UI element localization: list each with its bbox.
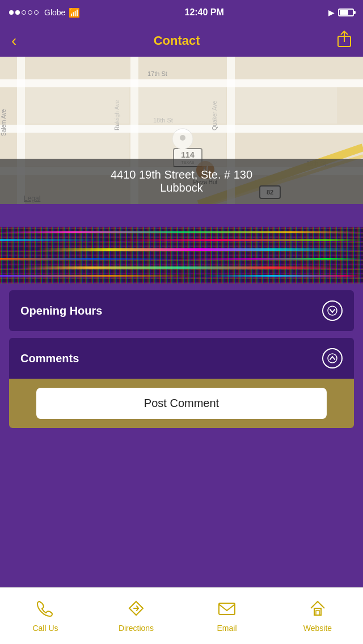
back-button[interactable]: ‹ [11, 33, 16, 49]
svg-text:17th St: 17th St [147, 70, 167, 77]
glitch-lines [0, 227, 363, 283]
signal-dots [9, 10, 39, 15]
email-icon [218, 599, 236, 620]
map-background: 17th St 18th St 19th St Salem Ave Raleig… [0, 57, 363, 204]
email-label: Email [217, 624, 237, 633]
map-address-line1: 4410 19th Street, Ste. # 130 [111, 168, 252, 181]
svg-rect-34 [235, 87, 337, 124]
post-comment-button[interactable]: Post Comment [36, 388, 326, 419]
svg-rect-39 [314, 608, 321, 615]
comments-collapse-icon[interactable] [322, 348, 343, 368]
svg-rect-38 [219, 603, 235, 615]
status-time: 12:40 PM [184, 7, 223, 18]
content-area: Opening Hours Comments Post Comment [0, 283, 363, 442]
tab-directions[interactable]: Directions [91, 599, 182, 633]
call-us-label: Call Us [32, 624, 58, 633]
status-left: Globe 📶 [9, 7, 80, 18]
svg-point-35 [328, 306, 337, 315]
directions-icon [127, 599, 145, 620]
battery-indicator [338, 9, 354, 16]
status-bar: Globe 📶 12:40 PM ▶ [0, 0, 363, 25]
glitch-inner [0, 227, 363, 283]
comments-accordion[interactable]: Comments [9, 338, 354, 379]
tab-email[interactable]: Email [182, 599, 272, 633]
svg-rect-40 [316, 611, 319, 615]
nav-bar: ‹ Contact [0, 25, 363, 57]
page-title: Contact [154, 33, 200, 48]
svg-text:Salem Ave: Salem Ave [1, 109, 7, 136]
tab-bar: Call Us Directions Email [0, 587, 363, 644]
comments-label: Comments [20, 352, 79, 365]
tab-website[interactable]: Website [272, 599, 363, 633]
post-comment-area: Post Comment [9, 379, 354, 428]
tab-call-us[interactable]: Call Us [0, 599, 91, 633]
svg-rect-30 [25, 87, 129, 124]
share-button[interactable] [337, 31, 352, 51]
location-icon: ▶ [328, 8, 335, 17]
svg-rect-32 [138, 87, 226, 124]
website-label: Website [303, 624, 332, 633]
directions-label: Directions [119, 624, 154, 633]
map-address-overlay: 4410 19th Street, Ste. # 130 Lubbock [0, 159, 363, 204]
map-container[interactable]: 17th St 18th St 19th St Salem Ave Raleig… [0, 57, 363, 227]
opening-hours-expand-icon[interactable] [322, 300, 343, 321]
svg-rect-4 [0, 79, 363, 87]
carrier-name: Globe [44, 8, 65, 17]
opening-hours-label: Opening Hours [20, 304, 102, 317]
map-address-line2: Lubbock [160, 181, 203, 194]
call-icon [36, 599, 54, 620]
opening-hours-accordion[interactable]: Opening Hours [9, 290, 354, 331]
glitch-section [0, 227, 363, 283]
home-icon [309, 599, 327, 620]
status-right: ▶ [328, 8, 354, 17]
svg-point-36 [328, 354, 337, 363]
wifi-icon: 📶 [69, 7, 80, 18]
